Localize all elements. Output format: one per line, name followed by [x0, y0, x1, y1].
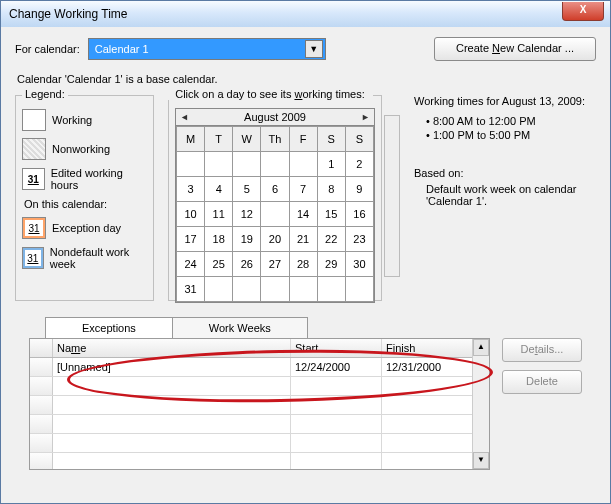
- table-row[interactable]: [30, 434, 489, 453]
- cell-start[interactable]: 12/24/2000: [291, 358, 382, 376]
- day-cell[interactable]: 26: [233, 252, 261, 277]
- table-row[interactable]: [30, 396, 489, 415]
- cell-finish[interactable]: 12/31/2000: [382, 358, 473, 376]
- day-cell[interactable]: 6: [261, 177, 289, 202]
- grid-scrollbar[interactable]: ▲ ▼: [472, 339, 489, 469]
- cell-start[interactable]: [291, 396, 382, 414]
- day-cell: [289, 152, 317, 177]
- time-range-1: • 8:00 AM to 12:00 PM: [426, 115, 596, 127]
- day-cell[interactable]: 21: [289, 227, 317, 252]
- edited-swatch: 31: [22, 168, 45, 190]
- details-button[interactable]: Details...: [502, 338, 582, 362]
- day-cell[interactable]: 25: [205, 252, 233, 277]
- calendar-scrollbar[interactable]: [384, 115, 400, 277]
- delete-button[interactable]: Delete: [502, 370, 582, 394]
- time-range-2: • 1:00 PM to 5:00 PM: [426, 129, 596, 141]
- chevron-down-icon[interactable]: ▼: [305, 40, 323, 58]
- cell-name[interactable]: [Unnamed]: [53, 358, 291, 376]
- cell-name[interactable]: [53, 396, 291, 414]
- legend-title: Legend:: [22, 88, 68, 100]
- day-cell[interactable]: 3: [177, 177, 205, 202]
- calendar-grid[interactable]: MTWThFSS 1234567891011121314151617181920…: [176, 126, 374, 302]
- cell-start[interactable]: [291, 377, 382, 395]
- month-label: August 2009: [244, 111, 306, 123]
- day-cell[interactable]: 10: [177, 202, 205, 227]
- day-cell: [261, 152, 289, 177]
- day-cell[interactable]: 29: [317, 252, 345, 277]
- day-cell[interactable]: 8: [317, 177, 345, 202]
- day-cell: [289, 277, 317, 302]
- exceptions-grid[interactable]: Name Start Finish [Unnamed]12/24/200012/…: [29, 338, 490, 470]
- tab-exceptions[interactable]: Exceptions: [45, 317, 173, 338]
- cell-name[interactable]: [53, 415, 291, 433]
- day-cell[interactable]: 22: [317, 227, 345, 252]
- cell-name[interactable]: [53, 453, 291, 470]
- day-cell: [205, 152, 233, 177]
- day-cell[interactable]: 13: [261, 202, 289, 227]
- cell-finish[interactable]: [382, 396, 473, 414]
- dow-cell: S: [345, 127, 373, 152]
- day-cell[interactable]: 15: [317, 202, 345, 227]
- day-cell[interactable]: 12: [233, 202, 261, 227]
- day-cell[interactable]: 27: [261, 252, 289, 277]
- day-cell: [317, 277, 345, 302]
- based-on-text: Default work week on calendar 'Calendar …: [426, 183, 596, 207]
- day-cell[interactable]: 18: [205, 227, 233, 252]
- cell-start[interactable]: [291, 453, 382, 470]
- day-cell[interactable]: 20: [261, 227, 289, 252]
- scroll-up-icon[interactable]: ▲: [473, 339, 489, 356]
- close-button[interactable]: X: [562, 2, 604, 21]
- tab-work-weeks[interactable]: Work Weeks: [172, 317, 308, 338]
- working-times-group: Working times for August 13, 2009: • 8:0…: [414, 95, 596, 207]
- cell-finish[interactable]: [382, 377, 473, 395]
- cell-finish[interactable]: [382, 453, 473, 470]
- day-cell: [345, 277, 373, 302]
- day-cell[interactable]: 31: [177, 277, 205, 302]
- day-cell[interactable]: 30: [345, 252, 373, 277]
- legend-nonworking: Nonworking: [52, 143, 110, 155]
- table-row[interactable]: [30, 377, 489, 396]
- scroll-down-icon[interactable]: ▼: [473, 452, 489, 469]
- dow-cell: Th: [261, 127, 289, 152]
- prev-month-icon[interactable]: ◄: [180, 112, 189, 122]
- col-start[interactable]: Start: [291, 339, 382, 357]
- cell-finish[interactable]: [382, 434, 473, 452]
- cell-finish[interactable]: [382, 415, 473, 433]
- exception-swatch: 31: [22, 217, 46, 239]
- calendar-group: Click on a day to see its working times:…: [168, 95, 382, 301]
- base-calendar-text: Calendar 'Calendar 1' is a base calendar…: [17, 73, 596, 85]
- working-swatch: [22, 109, 46, 131]
- day-cell[interactable]: 19: [233, 227, 261, 252]
- nondefault-swatch: 31: [22, 247, 44, 269]
- day-cell[interactable]: 16: [345, 202, 373, 227]
- cell-name[interactable]: [53, 434, 291, 452]
- day-cell[interactable]: 23: [345, 227, 373, 252]
- day-cell[interactable]: 7: [289, 177, 317, 202]
- table-row[interactable]: [30, 453, 489, 470]
- day-cell[interactable]: 4: [205, 177, 233, 202]
- cell-name[interactable]: [53, 377, 291, 395]
- day-cell[interactable]: 28: [289, 252, 317, 277]
- next-month-icon[interactable]: ►: [361, 112, 370, 122]
- title-bar: Change Working Time X: [1, 1, 610, 27]
- day-cell[interactable]: 1: [317, 152, 345, 177]
- calendar-select[interactable]: Calendar 1 ▼: [88, 38, 326, 60]
- cell-start[interactable]: [291, 434, 382, 452]
- create-new-calendar-button[interactable]: Create New Calendar ...: [434, 37, 596, 61]
- cell-start[interactable]: [291, 415, 382, 433]
- on-this-calendar-label: On this calendar:: [24, 198, 147, 210]
- dow-cell: M: [177, 127, 205, 152]
- day-cell[interactable]: 11: [205, 202, 233, 227]
- day-cell[interactable]: 2: [345, 152, 373, 177]
- day-cell[interactable]: 17: [177, 227, 205, 252]
- table-row[interactable]: [30, 415, 489, 434]
- col-finish[interactable]: Finish: [382, 339, 473, 357]
- day-cell[interactable]: 5: [233, 177, 261, 202]
- working-times-for: Working times for August 13, 2009:: [414, 95, 596, 107]
- based-on-label: Based on:: [414, 167, 596, 179]
- for-calendar-label: For calendar:: [15, 43, 80, 55]
- day-cell[interactable]: 14: [289, 202, 317, 227]
- day-cell[interactable]: 9: [345, 177, 373, 202]
- table-row[interactable]: [Unnamed]12/24/200012/31/2000: [30, 358, 489, 377]
- day-cell[interactable]: 24: [177, 252, 205, 277]
